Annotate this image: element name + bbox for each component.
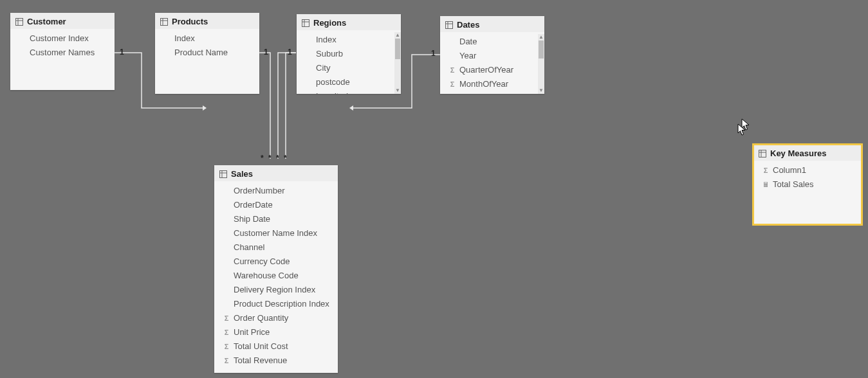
sigma-icon: Σ bbox=[448, 78, 457, 90]
field-label: Suburb bbox=[316, 48, 343, 60]
table-dates[interactable]: Dates DateYearΣQuarterOfYearΣMonthOfYear… bbox=[440, 16, 544, 94]
field-row[interactable]: ΣTotal Unit Cost bbox=[214, 339, 338, 354]
field-row[interactable]: ΣTotal Revenue bbox=[214, 354, 338, 368]
table-header[interactable]: Products bbox=[155, 13, 259, 29]
calculator-icon: 🖩 bbox=[761, 179, 770, 190]
svg-rect-0 bbox=[16, 18, 23, 25]
field-list: IndexProduct Name bbox=[155, 29, 259, 65]
field-row[interactable]: ΣMonthOfYear bbox=[440, 77, 544, 91]
field-label: Index bbox=[316, 34, 337, 46]
field-row[interactable]: OrderDate bbox=[214, 198, 338, 212]
field-label: Order Quantity bbox=[234, 312, 288, 324]
field-list: ΣColumn1🖩Total Sales bbox=[753, 161, 862, 197]
table-title: Regions bbox=[313, 18, 346, 28]
svg-rect-9 bbox=[446, 21, 453, 28]
field-row[interactable]: City bbox=[297, 61, 401, 75]
scroll-down-icon[interactable]: ▼ bbox=[394, 87, 401, 94]
field-row[interactable]: Suburb bbox=[297, 47, 401, 61]
cursor-icon bbox=[737, 123, 746, 136]
field-row[interactable]: Customer Names bbox=[10, 46, 115, 60]
field-row[interactable]: Index bbox=[297, 33, 401, 47]
table-header[interactable]: Regions bbox=[297, 14, 401, 30]
field-label: Index bbox=[174, 33, 195, 44]
field-label: Channel bbox=[234, 242, 264, 253]
scroll-thumb[interactable] bbox=[395, 39, 400, 59]
table-title: Sales bbox=[231, 169, 253, 179]
table-header[interactable]: Sales bbox=[214, 165, 338, 181]
table-title: Key Measures bbox=[770, 148, 826, 158]
svg-rect-3 bbox=[161, 18, 168, 25]
scroll-up-icon[interactable]: ▲ bbox=[394, 32, 401, 39]
field-label: Year bbox=[459, 50, 476, 62]
sigma-icon: Σ bbox=[222, 327, 231, 338]
field-label: OrderNumber bbox=[234, 185, 284, 197]
field-label: Ship Date bbox=[234, 213, 270, 225]
field-row[interactable]: Customer Name Index bbox=[214, 226, 338, 240]
scroll-track[interactable] bbox=[394, 39, 401, 87]
field-row[interactable]: MonthName bbox=[440, 91, 544, 94]
field-row[interactable]: Date bbox=[440, 35, 544, 49]
table-sales[interactable]: Sales OrderNumberOrderDateShip DateCusto… bbox=[214, 165, 338, 373]
field-row[interactable]: Product Name bbox=[155, 46, 259, 60]
table-title: Customer bbox=[27, 17, 66, 26]
sigma-icon: Σ bbox=[222, 341, 231, 352]
scroll-track[interactable] bbox=[538, 40, 544, 87]
field-label: postcode bbox=[316, 76, 350, 88]
scrollbar[interactable]: ▲ ▼ bbox=[538, 34, 544, 94]
field-row[interactable]: postcode bbox=[297, 75, 401, 89]
cardinality-many: * bbox=[261, 154, 264, 163]
cardinality-many: * bbox=[268, 154, 272, 163]
table-title: Products bbox=[172, 17, 208, 26]
table-customer[interactable]: Customer Customer IndexCustomer Names bbox=[10, 13, 115, 90]
field-row[interactable]: Warehouse Code bbox=[214, 269, 338, 283]
field-row[interactable]: ΣQuarterOfYear bbox=[440, 63, 544, 77]
table-key-measures[interactable]: Key Measures ΣColumn1🖩Total Sales bbox=[753, 145, 862, 224]
table-icon bbox=[445, 21, 453, 29]
field-label: Total Unit Cost bbox=[234, 341, 288, 352]
table-header[interactable]: Dates bbox=[440, 16, 544, 32]
cardinality-one: 1 bbox=[288, 48, 292, 57]
field-row[interactable]: OrderNumber bbox=[214, 184, 338, 198]
scroll-thumb[interactable] bbox=[539, 40, 544, 59]
field-list: IndexSuburbCitypostcodeLongitude bbox=[297, 30, 401, 94]
field-row[interactable]: Year bbox=[440, 49, 544, 63]
field-row[interactable]: Currency Code bbox=[214, 255, 338, 269]
table-icon bbox=[219, 170, 227, 178]
table-header[interactable]: Customer bbox=[10, 13, 115, 29]
field-row[interactable]: Channel bbox=[214, 240, 338, 255]
field-row[interactable]: Ship Date bbox=[214, 212, 338, 226]
scroll-down-icon[interactable]: ▼ bbox=[538, 87, 544, 94]
table-icon bbox=[160, 18, 168, 26]
sigma-icon: Σ bbox=[222, 312, 231, 324]
table-icon bbox=[15, 18, 23, 26]
table-regions[interactable]: Regions IndexSuburbCitypostcodeLongitude… bbox=[297, 14, 401, 94]
field-row[interactable]: Index bbox=[155, 32, 259, 46]
scrollbar[interactable]: ▲ ▼ bbox=[394, 32, 401, 94]
field-row[interactable]: ΣUnit Price bbox=[214, 325, 338, 339]
field-row[interactable]: Customer Index bbox=[10, 32, 115, 46]
field-label: Delivery Region Index bbox=[234, 284, 315, 296]
scroll-up-icon[interactable]: ▲ bbox=[538, 34, 544, 40]
field-row[interactable]: ΣOrder Quantity bbox=[214, 311, 338, 325]
field-label: Customer Name Index bbox=[234, 228, 317, 239]
field-row[interactable]: 🖩Total Sales bbox=[753, 177, 862, 192]
table-products[interactable]: Products IndexProduct Name bbox=[155, 13, 259, 94]
field-row[interactable]: ΣColumn1 bbox=[753, 163, 862, 177]
field-row[interactable]: Longitude bbox=[297, 89, 401, 94]
field-label: QuarterOfYear bbox=[459, 64, 513, 76]
sigma-icon: Σ bbox=[222, 355, 231, 366]
table-header[interactable]: Key Measures bbox=[753, 145, 862, 161]
cardinality-one: 1 bbox=[431, 49, 436, 58]
svg-rect-15 bbox=[759, 150, 766, 157]
table-title: Dates bbox=[457, 20, 479, 30]
field-label: MonthOfYear bbox=[459, 78, 508, 90]
field-label: Unit Price bbox=[234, 327, 270, 338]
field-row[interactable]: Delivery Region Index bbox=[214, 283, 338, 297]
field-label: OrderDate bbox=[234, 199, 273, 211]
field-row[interactable]: Product Description Index bbox=[214, 297, 338, 311]
model-canvas[interactable]: { "tables": { "customer": { "title": "Cu… bbox=[0, 0, 868, 378]
field-label: Product Description Index bbox=[234, 298, 329, 310]
field-label: Warehouse Code bbox=[234, 270, 299, 282]
field-label: Column1 bbox=[773, 165, 806, 176]
field-list: DateYearΣQuarterOfYearΣMonthOfYearMonthN… bbox=[440, 32, 544, 94]
